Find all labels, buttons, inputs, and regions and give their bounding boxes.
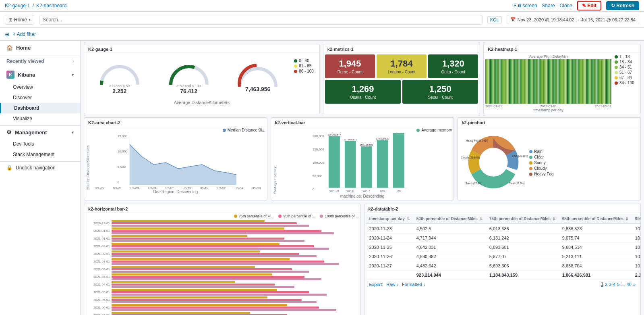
kibana-section-header[interactable]: K Kibana ▾ xyxy=(0,67,80,82)
date-range-value: Nov 23, 2020 @ 19:18:44.02 → Jul 16, 202… xyxy=(518,17,636,22)
xtick-uswy: US-WY xyxy=(95,187,104,190)
ylab-5: 2021-02-01 xyxy=(86,252,110,256)
hbar-group-6 xyxy=(112,258,359,265)
export-raw-link[interactable]: Raw ↓ xyxy=(386,282,399,287)
col-50th[interactable]: 50th percentile of DistanceMiles ⇅ xyxy=(413,214,486,224)
datatable2-table: timestamp per day ⇅ 50th percentile of D… xyxy=(366,214,641,280)
datatable2-body: timestamp per day ⇅ 50th percentile of D… xyxy=(364,213,641,290)
heatmap-legend-label-4: 51 - 67 xyxy=(619,70,632,75)
sort-icon-95th: ⇅ xyxy=(625,217,629,221)
metric-london-value: 1,784 xyxy=(381,58,422,69)
svg-rect-16 xyxy=(360,146,372,188)
horizbar2-legend: 75th percentile of Fl... 95th percentile… xyxy=(86,214,359,218)
pie-legend-rain: Rain xyxy=(529,149,553,154)
metric-quito-label: Quito - Count xyxy=(432,70,474,74)
hbar-95-5 xyxy=(112,253,299,255)
hbar-100-8 xyxy=(112,278,321,280)
undock-label: Undock navigation xyxy=(16,165,56,171)
page-4[interactable]: 4 xyxy=(613,282,615,287)
export-label: Export: xyxy=(369,282,383,287)
breadcrumb: K2-gauge-1 / K2-dashboard xyxy=(5,3,66,8)
sort-icon-timestamp: ⇅ xyxy=(407,217,410,221)
verticalbar-title: k2-vertical-bar xyxy=(271,118,454,126)
verticalbar-inner: Average memory 200,000 150,000 100,000 5… xyxy=(273,132,452,194)
dashboard-rows: K2-gauge-1 ≥ 0 and < 50 2.252 xyxy=(84,44,641,315)
horizbar2-inner: 2020-12-01 2021-01-01 2021-01-01 2021-02… xyxy=(86,220,359,315)
metric-osaka: 1,269 Osaka - Count xyxy=(325,80,401,104)
pie-dot-cloudy xyxy=(529,167,532,170)
page-3[interactable]: 3 xyxy=(609,282,611,287)
areachart2-body: Median DistanceKil... Median DistanceKil… xyxy=(84,126,267,196)
table-row: 2020-11-234,502.56,013,6869,836,52310,45… xyxy=(366,224,641,234)
metric-osaka-label: Osaka - Count xyxy=(329,95,397,100)
sidebar-item-home[interactable]: 🏠 Home xyxy=(0,41,80,55)
cell-50: 4,642,031 xyxy=(413,243,486,252)
mgmt-chevron-icon: ▾ xyxy=(72,130,74,135)
table-row: 2020-11-264,590,4825,877,079,213,11110,3… xyxy=(366,252,641,261)
svg-text:Rain (23.11%): Rain (23.11%) xyxy=(512,154,528,158)
legend-label-2: 81 - 85 xyxy=(299,64,311,68)
heatmap-legend-6: 84 - 100 xyxy=(615,81,639,85)
sidebar-item-discover[interactable]: Discover xyxy=(0,92,80,103)
search-input[interactable] xyxy=(39,15,482,25)
filter-icon[interactable]: ⊕ xyxy=(5,31,10,38)
refresh-button[interactable]: ↻ Refresh xyxy=(606,1,639,10)
page-1[interactable]: 1 xyxy=(601,282,603,287)
svg-text:0: 0 xyxy=(312,188,314,191)
table-row-total: 923,214,9441,184,843,1591,866,426,9812,1… xyxy=(366,271,641,280)
areachart-legend-label: Median DistanceKil... xyxy=(228,128,265,132)
page-2[interactable]: 2 xyxy=(605,282,607,287)
undock-navigation-button[interactable]: 🔒 Undock navigation xyxy=(0,161,80,174)
hbar-100-11 xyxy=(112,301,317,303)
fullscreen-link[interactable]: Full screen xyxy=(514,3,537,8)
sort-icon-75th: ⇅ xyxy=(553,217,556,221)
heatmap-legend-label-3: 34 - 51 xyxy=(619,65,632,69)
kql-badge[interactable]: KQL xyxy=(487,16,502,23)
vbar-ylabel: Average memory xyxy=(273,132,277,194)
verticalbar-legend: Average memory xyxy=(273,128,452,132)
svg-text:5,000: 5,000 xyxy=(118,165,126,169)
svg-rect-14 xyxy=(344,141,356,188)
heatmap-legend-3: 34 - 51 xyxy=(615,65,639,69)
heatmap-legend-label-5: 67 - 84 xyxy=(619,75,632,80)
cell-99: 10,379.915 xyxy=(632,252,640,261)
hbar-group-7 xyxy=(112,266,359,273)
heatmap-grid xyxy=(485,59,611,104)
edit-button[interactable]: ✎ Edit xyxy=(577,1,601,10)
col-timestamp[interactable]: timestamp per day ⇅ xyxy=(366,214,413,224)
breadcrumb-dashboard[interactable]: K2-gauge-1 xyxy=(5,3,30,8)
clone-link[interactable]: Clone xyxy=(560,3,572,8)
piechart-legend: Rain Clear Sunny Cloudy Heavy Fog xyxy=(529,149,553,176)
areachart2-svg: 15,000 10,000 5,000 0 xyxy=(91,132,265,189)
gauge1-item1: ≥ 0 and < 50 2.252 xyxy=(97,58,142,94)
cell-75-total: 1,184,843,159 xyxy=(486,271,559,280)
heatmap-legend-label-1: 1 - 18 xyxy=(619,54,630,59)
sidebar-item-stackmgmt[interactable]: Stack Management xyxy=(0,149,80,160)
col-95th[interactable]: 95th percentile of DistanceMiles ⇅ xyxy=(559,214,632,224)
export-formatted-link[interactable]: Formatted ↓ xyxy=(402,282,426,287)
heatmap1-title: K2-heatmap-1 xyxy=(484,44,640,53)
vbar-svg: 200,000 150,000 100,000 50,000 0 199,362… xyxy=(277,132,452,193)
date-range-picker[interactable]: 📅 Nov 23, 2020 @ 19:18:44.02 → Jul 16, 2… xyxy=(507,15,639,24)
legend-dot-3 xyxy=(294,70,297,73)
sidebar-item-devtools[interactable]: Dev Tools xyxy=(0,139,80,149)
hbar-group-4 xyxy=(112,243,359,250)
hbar-label-100: 100th percentile of ... xyxy=(325,214,358,218)
heatmap-dot-2 xyxy=(615,60,618,64)
ylab-7: 2021-03-01 xyxy=(86,267,110,271)
cell-99: 10,186.735 xyxy=(632,261,640,271)
management-section-header[interactable]: ⚙ Management ▾ xyxy=(0,125,80,139)
page-next[interactable]: » xyxy=(633,282,636,287)
filter-bar: ⊕ + Add filter xyxy=(0,28,644,41)
sidebar-item-dashboard[interactable]: Dashboard xyxy=(0,103,80,113)
hbar-group-11 xyxy=(112,296,359,303)
col-75th[interactable]: 75th percentile of DistanceMiles ⇅ xyxy=(486,214,559,224)
sidebar-item-overview[interactable]: Overview xyxy=(0,82,80,92)
share-link[interactable]: Share xyxy=(542,3,555,8)
index-selector[interactable]: ⊞ Rome ▾ xyxy=(5,15,34,25)
sidebar-item-visualize[interactable]: Visualize xyxy=(0,113,80,124)
col-99th[interactable]: 99th percentile of DistanceMiles ⇅ xyxy=(632,214,640,224)
add-filter-button[interactable]: + Add filter xyxy=(13,31,36,37)
page-40[interactable]: 40 xyxy=(627,282,632,287)
page-5[interactable]: 5 xyxy=(617,282,619,287)
